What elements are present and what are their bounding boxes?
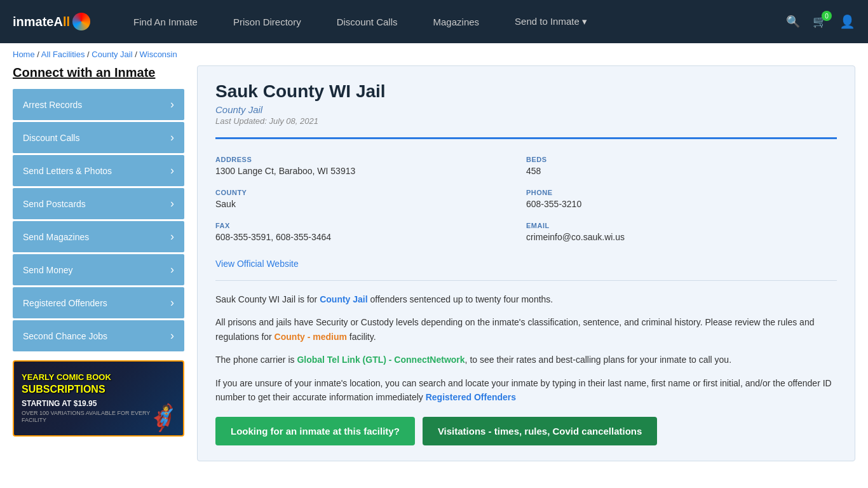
breadcrumb: Home / All Facilities / County Jail / Wi…: [0, 43, 868, 65]
sidebar-item-label: Arrest Records: [23, 100, 82, 110]
sidebar-item-label: Send Money: [23, 265, 73, 275]
phone-value: 608-355-3210: [526, 199, 837, 209]
facility-type: County Jail: [215, 104, 837, 115]
user-button[interactable]: 👤: [839, 14, 855, 29]
desc2-after: facility.: [347, 332, 376, 342]
breadcrumb-all-facilities[interactable]: All Facilities: [41, 50, 85, 59]
facility-updated: Last Updated: July 08, 2021: [215, 116, 837, 126]
sidebar-menu: Arrest Records › Discount Calls › Send L…: [13, 89, 184, 351]
breadcrumb-county-jail[interactable]: County Jail: [92, 50, 132, 59]
nav-actions: 🔍 🛒 0 👤: [786, 14, 855, 29]
breadcrumb-home[interactable]: Home: [13, 50, 35, 59]
sidebar-item-label: Discount Calls: [23, 133, 79, 143]
county-label: COUNTY: [215, 189, 513, 196]
beds-value: 458: [526, 166, 837, 176]
sidebar-item-send-postcards[interactable]: Send Postcards ›: [13, 188, 184, 219]
desc-paragraph-3: The phone carrier is Global Tel Link (GT…: [215, 353, 837, 367]
facility-name: Sauk County WI Jail: [215, 81, 837, 102]
beds-label: BEDS: [526, 156, 837, 163]
nav-discount-calls[interactable]: Discount Calls: [319, 17, 416, 27]
ad-line1-text: YEARLY COMIC BOOK: [22, 372, 111, 382]
visitations-button[interactable]: Visitations - times, rules, Covid cancel…: [423, 417, 658, 445]
search-button[interactable]: 🔍: [786, 15, 800, 29]
description: Sauk County WI Jail is for County Jail o…: [215, 292, 837, 404]
fax-value: 608-355-3591, 608-355-3464: [215, 232, 513, 242]
nav-find-inmate[interactable]: Find An Inmate: [116, 17, 215, 27]
sidebar-arrow-icon: ›: [170, 131, 174, 144]
gtl-link[interactable]: Global Tel Link (GTL) - ConnectNetwork: [297, 355, 465, 365]
county-jail-link[interactable]: County Jail: [320, 294, 367, 304]
content-area: Sauk County WI Jail County Jail Last Upd…: [197, 65, 855, 461]
logo-ll: ll: [63, 15, 70, 29]
find-inmate-button[interactable]: Looking for an inmate at this facility?: [215, 417, 415, 445]
sidebar-arrow-icon: ›: [170, 263, 174, 276]
sidebar-item-send-magazines[interactable]: Send Magazines ›: [13, 221, 184, 252]
ad-heroes-icon: 🦸: [147, 403, 179, 433]
facility-card: Sauk County WI Jail County Jail Last Upd…: [197, 65, 855, 461]
sidebar-item-label: Registered Offenders: [23, 298, 107, 308]
official-website-link[interactable]: View Official Website: [215, 259, 299, 269]
sidebar-item-send-letters[interactable]: Send Letters & Photos ›: [13, 155, 184, 186]
address-block: ADDRESS 1300 Lange Ct, Baraboo, WI 53913: [215, 149, 526, 182]
cta-buttons: Looking for an inmate at this facility? …: [215, 417, 837, 445]
sidebar-item-send-money[interactable]: Send Money ›: [13, 254, 184, 285]
sidebar-arrow-icon: ›: [170, 329, 174, 342]
county-value: Sauk: [215, 199, 513, 209]
logo-icon: [72, 13, 90, 30]
main-layout: Connect with an Inmate Arrest Records › …: [0, 65, 868, 480]
cart-badge: 0: [822, 11, 832, 21]
registered-offenders-link[interactable]: Registered Offenders: [426, 392, 516, 402]
sidebar-arrow-icon: ›: [170, 296, 174, 309]
sidebar: Connect with an Inmate Arrest Records › …: [13, 65, 184, 437]
sidebar-item-arrest-records[interactable]: Arrest Records ›: [13, 89, 184, 120]
nav-links: Find An Inmate Prison Directory Discount…: [116, 16, 786, 27]
sidebar-arrow-icon: ›: [170, 197, 174, 210]
sidebar-arrow-icon: ›: [170, 230, 174, 243]
nav-magazines[interactable]: Magazines: [416, 17, 498, 27]
sidebar-item-second-chance-jobs[interactable]: Second Chance Jobs ›: [13, 320, 184, 351]
info-grid: ADDRESS 1300 Lange Ct, Baraboo, WI 53913…: [215, 137, 837, 248]
cart-button[interactable]: 🛒 0: [813, 15, 827, 29]
desc-paragraph-4: If you are unsure of your inmate's locat…: [215, 376, 837, 405]
sidebar-item-label: Second Chance Jobs: [23, 331, 107, 341]
sidebar-item-label: Send Letters & Photos: [23, 166, 112, 176]
sidebar-item-label: Send Magazines: [23, 232, 89, 242]
address-label: ADDRESS: [215, 156, 513, 163]
desc4-before: If you are unsure of your inmate's locat…: [215, 378, 832, 402]
sidebar-arrow-icon: ›: [170, 98, 174, 111]
ad-line1: YEARLY COMIC BOOK: [22, 372, 111, 383]
county-block: COUNTY Sauk: [215, 182, 526, 215]
ad-price: STARTING AT $19.95: [22, 399, 97, 408]
phone-label: PHONE: [526, 189, 837, 196]
nav-prison-directory[interactable]: Prison Directory: [215, 17, 319, 27]
logo[interactable]: inmate A ll: [13, 13, 90, 30]
desc3-after: , to see their rates and best-calling pl…: [465, 355, 731, 365]
fax-block: FAX 608-355-3591, 608-355-3464: [215, 215, 526, 248]
address-value: 1300 Lange Ct, Baraboo, WI 53913: [215, 166, 513, 176]
divider: [215, 280, 837, 281]
sidebar-item-discount-calls[interactable]: Discount Calls ›: [13, 122, 184, 153]
nav-send-to-inmate[interactable]: Send to Inmate ▾: [497, 16, 605, 27]
email-block: EMAIL crimeinfo@co.sauk.wi.us: [526, 215, 837, 248]
desc3-before: The phone carrier is: [215, 355, 297, 365]
ad-line2: SUBSCRIPTIONS: [22, 383, 105, 396]
email-label: EMAIL: [526, 222, 837, 229]
email-value: crimeinfo@co.sauk.wi.us: [526, 232, 837, 242]
sidebar-arrow-icon: ›: [170, 164, 174, 177]
sidebar-title: Connect with an Inmate: [13, 65, 184, 80]
phone-block: PHONE 608-355-3210: [526, 182, 837, 215]
breadcrumb-state[interactable]: Wisconsin: [139, 50, 177, 59]
logo-accent: A: [53, 15, 62, 29]
fax-label: FAX: [215, 222, 513, 229]
county-medium-link[interactable]: County - medium: [275, 332, 347, 342]
main-nav: inmate A ll Find An Inmate Prison Direct…: [0, 0, 868, 43]
sidebar-item-label: Send Postcards: [23, 199, 86, 209]
desc-paragraph-1: Sauk County WI Jail is for County Jail o…: [215, 292, 837, 306]
beds-block: BEDS 458: [526, 149, 837, 182]
sidebar-ad[interactable]: YEARLY COMIC BOOK SUBSCRIPTIONS STARTING…: [13, 360, 184, 437]
sidebar-item-registered-offenders[interactable]: Registered Offenders ›: [13, 287, 184, 318]
logo-text: inmate: [13, 15, 53, 29]
desc-paragraph-2: All prisons and jails have Security or C…: [215, 315, 837, 344]
